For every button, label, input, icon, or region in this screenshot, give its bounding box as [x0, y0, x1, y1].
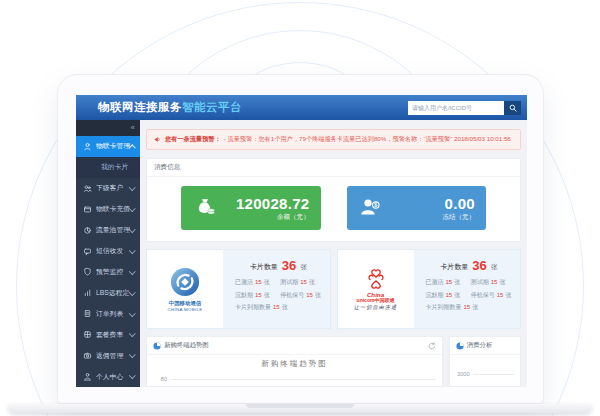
user-icon: [83, 142, 92, 151]
stat-testing: 测试期15张: [471, 278, 512, 287]
frozen-value: 0.00: [384, 196, 476, 211]
sidebar-item-card-recharge[interactable]: 物联卡充值: [76, 199, 140, 220]
chevron-down-icon: [129, 331, 135, 337]
sidebar-item-orders[interactable]: 订单列表: [76, 303, 140, 324]
refresh-icon: [428, 342, 436, 350]
sidebar-item-profile[interactable]: 个人中心: [76, 366, 140, 387]
stat-suspended: 停机保号15张: [280, 291, 321, 300]
alert-message: - 流量预警：您有1个用户，79个终端服务卡流量已达到80%，预警名称：“流量预…: [224, 135, 511, 144]
china-unicom-card: China unicom中国联通 让一切自由连通 卡片数量 36 张: [337, 249, 522, 329]
laptop-base: [8, 404, 592, 413]
trend-chart-area: 新购终端趋势图 80 60: [147, 355, 442, 387]
laptop-screen-frame: 物联网连接服务智能云平台 «: [57, 74, 544, 404]
sim-card-icon: [83, 205, 92, 214]
y-tick: 3000: [450, 371, 473, 377]
search-icon: [509, 104, 517, 112]
sidebar-item-sub-customers[interactable]: 下级客户: [76, 178, 140, 199]
balance-value: 120028.72: [218, 196, 310, 211]
panel-pie-icon: [153, 342, 161, 350]
sidebar-collapse-button[interactable]: «: [76, 120, 140, 136]
panel-pie-icon: [456, 342, 464, 350]
sidebar-item-sms[interactable]: 短信收发: [76, 241, 140, 262]
frozen-label: 冻结（元）: [384, 214, 476, 221]
china-unicom-slogan: 让一切自由连通: [354, 305, 397, 311]
search-bar: [408, 101, 521, 115]
sidebar-item-label: 预警监控: [96, 267, 130, 277]
grid-icon: [83, 330, 92, 339]
card-count-value: 36: [472, 258, 486, 273]
y-tick: 80: [147, 376, 170, 382]
alert-label: 您有一条流量预警：: [165, 135, 221, 144]
section-title: 消费信息: [147, 159, 520, 177]
sidebar-item-label: 流量池管理: [96, 225, 130, 235]
person-dollar-icon: [358, 195, 384, 221]
sidebar-item-data-pool[interactable]: 流量池管理: [76, 220, 140, 241]
trend-chart-title: 新购终端趋势图: [147, 359, 442, 369]
stat-activated: 已激活15张: [235, 278, 276, 287]
sidebar-item-label: 套餐费率: [96, 330, 130, 340]
trend-panel-title: 新购终端趋势图: [164, 341, 209, 350]
users-icon: [83, 184, 92, 193]
search-input[interactable]: [408, 101, 504, 115]
sidebar-item-lbs-location[interactable]: LBS远程定位: [76, 282, 140, 303]
person-icon: [83, 372, 92, 381]
sidebar-item-label: 物联卡管理: [96, 141, 130, 151]
sidebar-item-alert-monitor[interactable]: 预警监控: [76, 261, 140, 282]
card-count-label: 卡片数量: [440, 263, 468, 270]
card-count-unit: 张: [491, 263, 498, 270]
collapse-icon: «: [131, 123, 135, 132]
card-count-value: 36: [282, 258, 296, 273]
stat-silent: 沉默期15张: [426, 291, 467, 300]
card-count-line: 卡片数量 36 张: [235, 258, 322, 273]
sidebar: « 物联卡管理 我的卡片 下级客户: [76, 120, 140, 387]
signal-bars-icon: [83, 288, 92, 297]
chevron-down-icon: [129, 372, 135, 378]
chevron-down-icon: [129, 184, 135, 190]
stat-expiring: 卡片到期数量15张: [426, 303, 513, 312]
chevron-down-icon: [129, 226, 135, 232]
traffic-alert-banner: 您有一条流量预警： - 流量预警：您有1个用户，79个终端服务卡流量已达到80%…: [146, 129, 521, 150]
main-content: 您有一条流量预警： - 流量预警：您有1个用户，79个终端服务卡流量已达到80%…: [140, 120, 527, 387]
chevron-down-icon: [129, 247, 135, 253]
china-mobile-en-text: CHINA MOBILE: [168, 307, 203, 312]
page: 物联网连接服务智能云平台 «: [0, 0, 600, 416]
china-unicom-text-line2: unicom中国联通: [357, 298, 395, 304]
app-header: 物联网连接服务智能云平台: [76, 95, 527, 120]
consume-info-panel: 消费信息 120028.72: [146, 158, 521, 242]
speaker-icon: [154, 136, 161, 143]
page-title: 物联网连接服务智能云平台: [98, 100, 242, 115]
china-unicom-logo: China unicom中国联通 让一切自由连通: [338, 250, 414, 328]
balance-label: 余额（元）: [218, 214, 310, 221]
screen-content: 物联网连接服务智能云平台 «: [76, 95, 527, 387]
sidebar-item-label: 物联卡充值: [96, 204, 130, 214]
shield-icon: [83, 267, 92, 276]
china-mobile-logo-icon: [169, 266, 201, 298]
pie-chart-icon: [83, 226, 92, 235]
card-count-unit: 张: [300, 263, 307, 270]
refresh-button[interactable]: [428, 342, 436, 350]
sidebar-item-label: 短信收发: [96, 246, 130, 256]
sidebar-item-my-cards[interactable]: 我的卡片: [76, 157, 140, 178]
stat-silent: 沉默期15张: [235, 291, 276, 300]
card-count-line: 卡片数量 36 张: [426, 258, 513, 273]
frozen-card: 0.00 冻结（元）: [347, 186, 487, 230]
sidebar-item-card-management[interactable]: 物联卡管理: [76, 136, 140, 157]
china-mobile-logo: 中国移动通信 CHINA MOBILE: [147, 250, 223, 328]
search-button[interactable]: [504, 101, 521, 115]
sidebar-item-package-rates[interactable]: 套餐费率: [76, 324, 140, 345]
camera-icon: [83, 351, 92, 360]
sidebar-item-rebate[interactable]: 返佣管理: [76, 345, 140, 366]
chat-bubble-icon: [83, 247, 92, 256]
stat-testing: 测试期15张: [280, 278, 321, 287]
chevron-down-icon: [129, 289, 135, 295]
sidebar-item-label: 订单列表: [96, 309, 130, 319]
document-icon: [83, 309, 92, 318]
sidebar-subitem-label: 我的卡片: [101, 162, 134, 172]
sidebar-item-label: LBS远程定位: [96, 288, 130, 298]
chevron-down-icon: [129, 310, 135, 316]
sidebar-item-label: 下级客户: [96, 183, 130, 193]
sidebar-item-label: 返佣管理: [96, 351, 130, 361]
stat-suspended: 停机保号15张: [471, 291, 512, 300]
trend-chart-panel: 新购终端趋势图 新购终端趋势图 80: [146, 336, 443, 387]
chevron-down-icon: [129, 205, 135, 211]
